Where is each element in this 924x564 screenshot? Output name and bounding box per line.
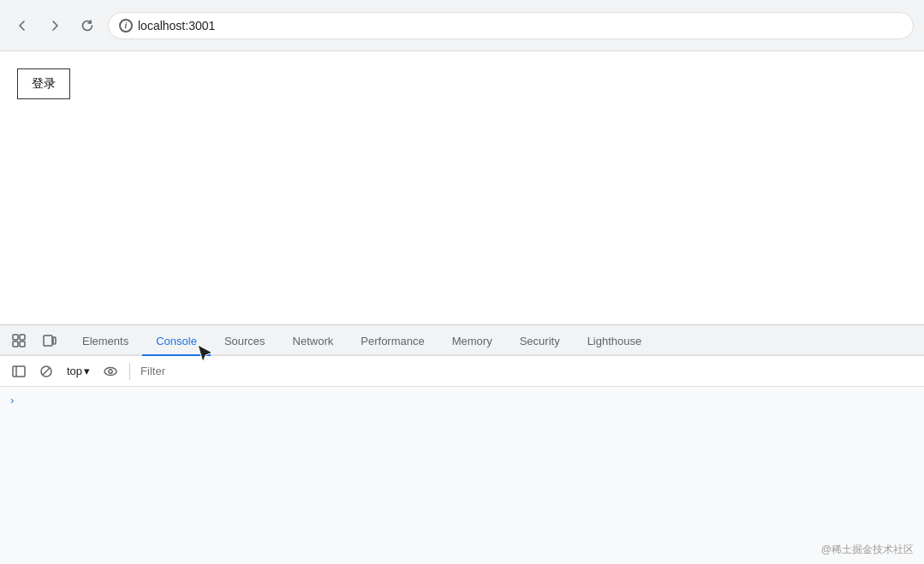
tab-performance[interactable]: Performance	[347, 328, 438, 356]
dropdown-arrow-icon: ▾	[84, 365, 90, 377]
tab-console[interactable]: Console	[142, 328, 211, 356]
devtools-panel: Elements Console Sources Network Perform…	[0, 324, 924, 564]
url-display: localhost:3001	[138, 19, 215, 33]
tab-elements[interactable]: Elements	[69, 328, 142, 356]
svg-rect-0	[13, 335, 18, 340]
address-bar[interactable]: i localhost:3001	[108, 12, 914, 39]
sidebar-toggle-button[interactable]	[7, 359, 31, 383]
browser-chrome: i localhost:3001	[0, 0, 924, 51]
page-content: 登录	[0, 51, 924, 324]
console-content: ›	[0, 387, 924, 413]
site-info-icon[interactable]: i	[119, 19, 133, 33]
svg-rect-4	[44, 335, 52, 346]
back-button[interactable]	[10, 14, 34, 38]
console-toolbar: top ▾	[0, 356, 924, 387]
context-dropdown[interactable]: top ▾	[62, 363, 95, 379]
svg-rect-3	[20, 341, 25, 347]
context-label: top	[67, 365, 82, 377]
clear-console-button[interactable]	[34, 359, 58, 383]
tab-lighthouse[interactable]: Lighthouse	[574, 328, 656, 356]
tab-network[interactable]: Network	[279, 328, 348, 356]
tab-sources[interactable]: Sources	[211, 328, 279, 356]
tab-security[interactable]: Security	[506, 328, 574, 356]
svg-point-10	[104, 367, 116, 375]
filter-input[interactable]	[137, 363, 917, 379]
console-arrow-icon[interactable]: ›	[10, 394, 21, 407]
forward-button[interactable]	[43, 14, 67, 38]
svg-rect-5	[53, 337, 56, 344]
reload-button[interactable]	[75, 14, 99, 38]
watermark: @稀土掘金技术社区	[821, 543, 914, 557]
svg-rect-6	[13, 366, 25, 377]
eye-icon-button[interactable]	[98, 359, 122, 383]
svg-rect-1	[13, 341, 18, 347]
svg-line-9	[43, 368, 50, 375]
svg-point-11	[109, 369, 112, 372]
svg-rect-2	[20, 335, 25, 340]
login-button[interactable]: 登录	[17, 68, 70, 99]
toolbar-divider	[129, 363, 130, 380]
device-toolbar-icon[interactable]	[36, 327, 63, 354]
devtools-tab-bar: Elements Console Sources Network Perform…	[0, 325, 924, 356]
inspect-element-icon[interactable]	[5, 327, 33, 354]
tab-memory[interactable]: Memory	[438, 328, 506, 356]
